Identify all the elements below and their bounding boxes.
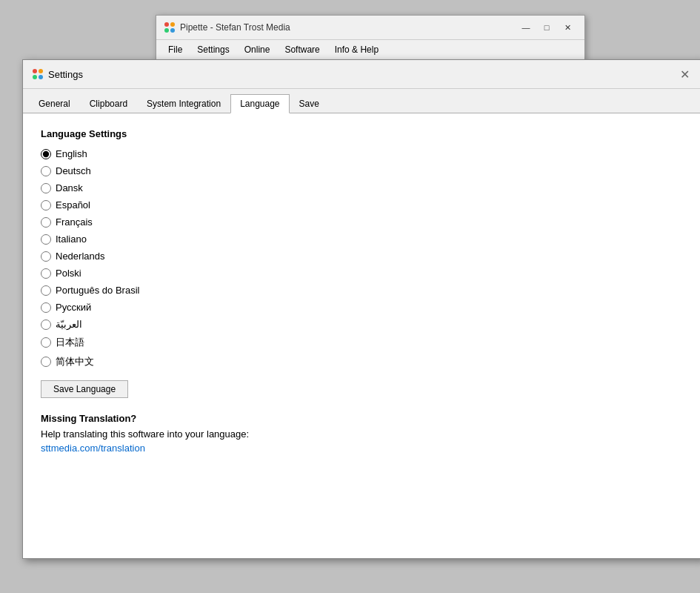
language-option-chinese[interactable]: 简体中文 bbox=[41, 355, 685, 368]
pipette-icon-main bbox=[164, 21, 176, 33]
radio-dansk[interactable] bbox=[41, 183, 51, 193]
language-option-dansk[interactable]: Dansk bbox=[41, 182, 685, 193]
settings-dialog: Settings ✕ General Clipboard System Inte… bbox=[22, 59, 700, 559]
language-option-francais[interactable]: Français bbox=[41, 216, 685, 228]
radio-francais[interactable] bbox=[41, 217, 51, 228]
save-language-button[interactable]: Save Language bbox=[41, 380, 128, 398]
label-italiano: Italiano bbox=[56, 233, 87, 245]
radio-portuguese[interactable] bbox=[41, 285, 51, 296]
radio-nederlands[interactable] bbox=[41, 251, 51, 262]
radio-polski[interactable] bbox=[41, 268, 51, 279]
tab-general[interactable]: General bbox=[29, 94, 80, 113]
main-maximize-button[interactable]: □ bbox=[537, 20, 556, 35]
svg-point-1 bbox=[170, 22, 175, 27]
menu-item-online[interactable]: Online bbox=[239, 43, 276, 56]
dialog-close-button[interactable]: ✕ bbox=[675, 66, 694, 82]
main-close-button[interactable]: ✕ bbox=[558, 20, 577, 35]
language-option-japanese[interactable]: 日本語 bbox=[41, 336, 685, 349]
language-radio-group: English Deutsch Dansk Español Français bbox=[41, 148, 685, 368]
tabs-container: General Clipboard System Integration Lan… bbox=[23, 89, 700, 113]
main-minimize-button[interactable]: — bbox=[516, 20, 536, 35]
main-titlebar-controls: — □ ✕ bbox=[516, 20, 577, 35]
tab-language[interactable]: Language bbox=[230, 94, 289, 113]
svg-point-4 bbox=[33, 69, 37, 73]
missing-translation-text: Help translating this software into your… bbox=[41, 428, 685, 440]
radio-deutsch[interactable] bbox=[41, 166, 51, 176]
tab-clipboard[interactable]: Clipboard bbox=[80, 94, 137, 113]
main-titlebar-left: Pipette - Stefan Trost Media bbox=[164, 21, 290, 33]
label-francais: Français bbox=[56, 216, 93, 228]
pipette-icon-dialog bbox=[32, 68, 44, 80]
main-titlebar: Pipette - Stefan Trost Media — □ ✕ bbox=[156, 16, 584, 40]
label-espanol: Español bbox=[56, 199, 90, 211]
label-dansk: Dansk bbox=[56, 182, 83, 193]
svg-point-7 bbox=[39, 75, 43, 79]
label-nederlands: Nederlands bbox=[56, 251, 105, 262]
menu-item-software[interactable]: Software bbox=[279, 43, 325, 56]
tab-save[interactable]: Save bbox=[290, 94, 329, 113]
label-chinese: 简体中文 bbox=[56, 355, 94, 368]
language-option-portuguese[interactable]: Português do Brasil bbox=[41, 285, 685, 296]
label-portuguese: Português do Brasil bbox=[56, 285, 139, 296]
label-polski: Polski bbox=[56, 268, 81, 279]
radio-arabic[interactable] bbox=[41, 319, 51, 330]
main-window-title: Pipette - Stefan Trost Media bbox=[180, 22, 290, 33]
radio-russian[interactable] bbox=[41, 302, 51, 313]
radio-espanol[interactable] bbox=[41, 200, 51, 211]
label-english: English bbox=[56, 148, 87, 159]
label-russian: Русский bbox=[56, 302, 91, 313]
dialog-title: Settings bbox=[48, 69, 83, 80]
language-settings-title: Language Settings bbox=[41, 128, 685, 139]
svg-point-2 bbox=[164, 28, 169, 33]
main-window: Pipette - Stefan Trost Media — □ ✕ File … bbox=[156, 15, 585, 61]
language-option-arabic[interactable]: العربيّة bbox=[41, 319, 685, 330]
language-option-deutsch[interactable]: Deutsch bbox=[41, 165, 685, 176]
label-arabic: العربيّة bbox=[56, 319, 82, 330]
radio-japanese[interactable] bbox=[41, 337, 51, 348]
missing-translation-title: Missing Translation? bbox=[41, 413, 685, 424]
radio-english[interactable] bbox=[41, 149, 51, 159]
translation-link[interactable]: sttmedia.com/translation bbox=[41, 443, 145, 454]
svg-point-5 bbox=[39, 69, 43, 73]
dialog-content: Language Settings English Deutsch Dansk … bbox=[23, 113, 700, 558]
radio-chinese[interactable] bbox=[41, 357, 51, 367]
menu-item-info-help[interactable]: Info & Help bbox=[329, 43, 384, 56]
svg-point-6 bbox=[33, 75, 37, 79]
label-japanese: 日本語 bbox=[56, 336, 84, 349]
language-option-russian[interactable]: Русский bbox=[41, 302, 685, 313]
language-option-nederlands[interactable]: Nederlands bbox=[41, 251, 685, 262]
tab-system-integration[interactable]: System Integration bbox=[137, 94, 230, 113]
svg-point-0 bbox=[164, 22, 169, 27]
radio-italiano[interactable] bbox=[41, 234, 51, 245]
label-deutsch: Deutsch bbox=[56, 165, 91, 176]
menu-item-settings[interactable]: Settings bbox=[191, 43, 235, 56]
svg-point-3 bbox=[170, 28, 175, 33]
menu-item-file[interactable]: File bbox=[162, 43, 188, 56]
language-option-italiano[interactable]: Italiano bbox=[41, 233, 685, 245]
main-menubar: File Settings Online Software Info & Hel… bbox=[156, 40, 584, 60]
dialog-titlebar: Settings ✕ bbox=[23, 60, 700, 89]
language-option-espanol[interactable]: Español bbox=[41, 199, 685, 211]
language-option-polski[interactable]: Polski bbox=[41, 268, 685, 279]
dialog-titlebar-left: Settings bbox=[32, 68, 83, 80]
language-option-english[interactable]: English bbox=[41, 148, 685, 159]
